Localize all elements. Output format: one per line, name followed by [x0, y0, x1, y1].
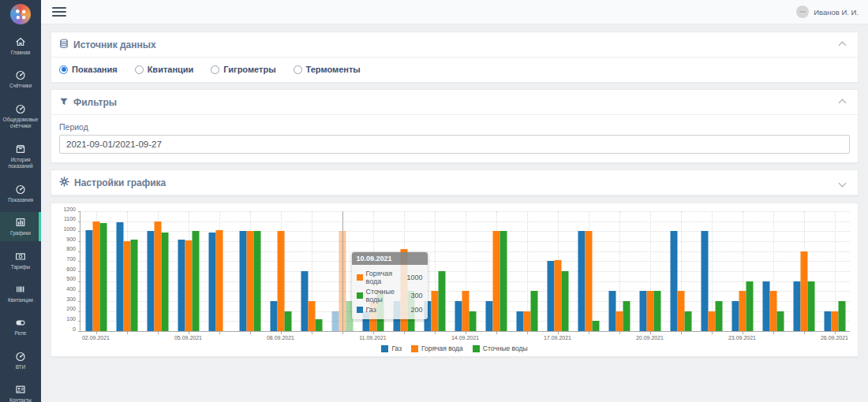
source-option-1[interactable]: Квитанции: [135, 65, 194, 74]
bar[interactable]: [99, 223, 107, 331]
bar[interactable]: [246, 231, 253, 331]
tooltip-row: Горячая вода1000: [357, 270, 423, 285]
bar[interactable]: [793, 281, 800, 331]
chevron-up-icon[interactable]: [839, 41, 847, 49]
panel-filters-title: Фильтры: [73, 97, 117, 108]
tooltip-series-label: Сточные воды: [366, 288, 408, 303]
bar[interactable]: [592, 321, 599, 331]
bar[interactable]: [462, 291, 469, 331]
x-axis-label: 20.09.2021: [636, 335, 664, 341]
bar[interactable]: [715, 301, 722, 331]
bar[interactable]: [469, 311, 476, 331]
source-option-2[interactable]: Гигрометры: [211, 65, 275, 74]
bar[interactable]: [492, 231, 499, 331]
bar[interactable]: [824, 311, 831, 331]
bar[interactable]: [530, 291, 537, 331]
bar[interactable]: [554, 260, 561, 331]
bar[interactable]: [239, 231, 246, 331]
bar-chart-icon: [15, 217, 26, 228]
bar[interactable]: [147, 231, 154, 331]
bar[interactable]: [608, 291, 615, 331]
bar[interactable]: [284, 311, 291, 331]
bar[interactable]: [807, 281, 814, 331]
bar[interactable]: [623, 301, 630, 331]
bar[interactable]: [838, 301, 845, 331]
bar[interactable]: [301, 271, 308, 331]
bar[interactable]: [708, 311, 715, 331]
period-input[interactable]: [59, 135, 850, 154]
bar[interactable]: [578, 231, 585, 331]
menu-toggle-icon[interactable]: [52, 5, 66, 19]
user-menu[interactable]: Иванов И. И.: [796, 6, 859, 18]
sidebar-item-10[interactable]: Контакты: [0, 379, 41, 402]
bar[interactable]: [185, 240, 192, 331]
bar[interactable]: [585, 231, 592, 331]
bar[interactable]: [308, 301, 315, 331]
bar[interactable]: [485, 301, 492, 331]
sidebar-item-label: Реле: [15, 330, 27, 337]
bar[interactable]: [178, 240, 185, 331]
bar[interactable]: [646, 291, 653, 331]
bar[interactable]: [561, 271, 568, 331]
bar[interactable]: [431, 291, 438, 331]
bar[interactable]: [776, 311, 784, 331]
bar[interactable]: [831, 311, 838, 331]
source-option-3[interactable]: Термоменты: [294, 65, 361, 74]
sidebar-item-label: Тарифы: [11, 264, 31, 270]
bar[interactable]: [85, 230, 92, 331]
bar[interactable]: [523, 311, 530, 331]
legend-item-2[interactable]: Сточные воды: [473, 344, 528, 352]
bar[interactable]: [438, 271, 445, 331]
bar[interactable]: [270, 301, 277, 331]
bar[interactable]: [547, 261, 554, 331]
bar[interactable]: [130, 240, 137, 331]
x-axis-label: 02.09.2021: [82, 335, 110, 341]
bar[interactable]: [315, 319, 322, 331]
sidebar-item-0[interactable]: Главная: [0, 32, 41, 60]
bar[interactable]: [739, 291, 746, 331]
bar[interactable]: [455, 301, 462, 331]
legend-item-0[interactable]: Газ: [381, 344, 402, 352]
bar[interactable]: [123, 241, 130, 331]
sidebar-item-7[interactable]: Квитанции: [0, 279, 41, 307]
x-axis-tick: [281, 331, 282, 334]
legend-item-1[interactable]: Горячая вода: [411, 344, 463, 352]
chevron-down-icon[interactable]: [839, 179, 847, 187]
bar[interactable]: [516, 311, 523, 331]
bar[interactable]: [670, 231, 677, 331]
source-option-0[interactable]: Показания: [59, 65, 118, 74]
bar[interactable]: [701, 231, 708, 331]
bar[interactable]: [615, 311, 623, 331]
bar[interactable]: [208, 233, 215, 331]
sidebar-item-8[interactable]: Реле: [0, 312, 41, 341]
bar[interactable]: [331, 311, 339, 331]
bar[interactable]: [116, 222, 123, 331]
sidebar-item-2[interactable]: Общедомовые счётчики: [0, 99, 41, 134]
sidebar-item-3[interactable]: История показаний: [0, 139, 41, 174]
bar[interactable]: [762, 281, 769, 331]
bar[interactable]: [161, 233, 168, 331]
sidebar-item-9[interactable]: ВТИ: [0, 346, 41, 374]
bar[interactable]: [677, 291, 684, 331]
bar[interactable]: [277, 231, 284, 331]
bar[interactable]: [769, 291, 776, 331]
bar[interactable]: [746, 281, 753, 331]
sidebar-item-6[interactable]: Тарифы: [0, 246, 41, 274]
bar[interactable]: [154, 221, 161, 331]
bar[interactable]: [499, 231, 507, 331]
bar[interactable]: [639, 291, 646, 331]
bar[interactable]: [192, 231, 199, 331]
bar[interactable]: [253, 231, 260, 331]
bar[interactable]: [684, 311, 691, 331]
bar[interactable]: [215, 230, 223, 331]
bar[interactable]: [731, 301, 739, 331]
sidebar-item-4[interactable]: Показания: [0, 179, 41, 207]
sidebar-item-1[interactable]: Счётчики: [0, 65, 41, 93]
bar[interactable]: [800, 251, 807, 331]
x-axis-label: 23.09.2021: [728, 335, 756, 341]
app-logo[interactable]: [10, 4, 31, 24]
chevron-up-icon[interactable]: [839, 99, 847, 106]
bar[interactable]: [653, 291, 660, 331]
sidebar-item-5[interactable]: Графики: [0, 212, 41, 240]
bar[interactable]: [92, 221, 99, 331]
